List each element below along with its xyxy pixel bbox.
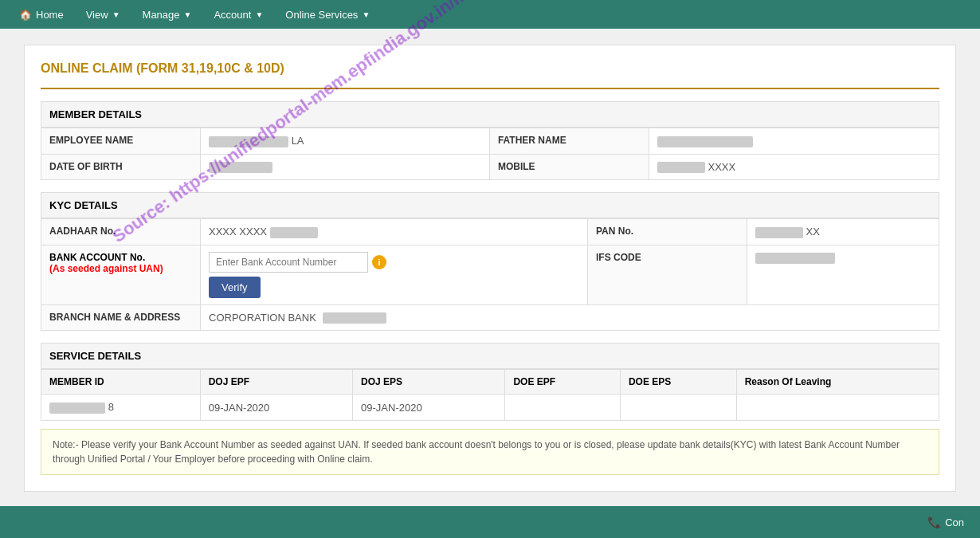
pan-blurred — [755, 227, 803, 238]
aadhaar-blurred — [270, 227, 318, 238]
father-name-label: FATHER NAME — [489, 128, 649, 155]
employee-name-label: EMPLOYEE NAME — [41, 128, 201, 155]
service-details-title: SERVICE DETAILS — [41, 343, 939, 369]
pan-value: XX — [747, 219, 939, 245]
dob-blurred — [209, 162, 272, 173]
member-details-title: MEMBER DETAILS — [41, 101, 939, 128]
table-row: 8 09-JAN-2020 09-JAN-2020 — [41, 395, 939, 421]
ifs-code-value — [747, 245, 939, 304]
phone-icon: 📞 — [927, 516, 941, 528]
nav-view-arrow: ▼ — [112, 10, 120, 19]
kyc-details-table: AADHAAR No. XXXX XXXX PAN No. XX BANK AC… — [41, 218, 939, 331]
member-id-suffix: 8 — [108, 401, 114, 413]
col-doe-eps: DOE EPS — [620, 370, 736, 395]
dob-label: DATE OF BIRTH — [41, 154, 201, 180]
page-title: ONLINE CLAIM (FORM 31,19,10C & 10D) — [41, 61, 939, 76]
bank-account-label: BANK ACCOUNT No. — [49, 252, 145, 263]
footer-contact[interactable]: 📞 Con — [927, 516, 964, 528]
employee-name-text: LA — [292, 135, 304, 147]
nav-online-services-label: Online Services — [285, 9, 358, 21]
mobile-blurred — [657, 162, 705, 173]
aadhaar-row: AADHAAR No. XXXX XXXX PAN No. XX — [41, 219, 939, 245]
note-text: Note:- Please verify your Bank Account N… — [53, 439, 900, 465]
ifs-code-label: IFS CODE — [587, 245, 747, 304]
col-doe-epf: DOE EPF — [505, 370, 620, 395]
col-reason: Reason Of Leaving — [736, 370, 939, 395]
aadhaar-text: XXXX XXXX — [209, 226, 267, 238]
mobile-label: MOBILE — [489, 154, 649, 180]
footer-contact-label: Con — [945, 516, 964, 528]
dob-value — [201, 154, 490, 180]
branch-row: BRANCH NAME & ADDRESS CORPORATION BANK — [41, 304, 939, 331]
nav-account-label: Account — [214, 9, 251, 21]
footer-bar: 📞 Con — [0, 506, 980, 538]
home-icon: 🏠 — [19, 9, 32, 21]
title-divider — [41, 88, 939, 89]
nav-home[interactable]: 🏠 Home — [8, 0, 75, 29]
nav-manage[interactable]: Manage ▼ — [131, 0, 203, 29]
pan-label: PAN No. — [587, 219, 747, 245]
ifs-code-blurred — [755, 253, 835, 264]
employee-name-value: LA — [201, 128, 490, 155]
service-details-table: MEMBER ID DOJ EPF DOJ EPS DOE EPF DOE EP… — [41, 369, 939, 421]
nav-online-services[interactable]: Online Services ▼ — [274, 0, 381, 29]
employee-name-blurred — [209, 136, 288, 147]
nav-home-label: Home — [36, 9, 64, 21]
member-id-blurred — [49, 403, 105, 414]
nav-manage-arrow: ▼ — [184, 10, 192, 19]
bank-account-input[interactable] — [209, 252, 368, 273]
bank-account-sublabel: (As seeded against UAN) — [49, 263, 163, 274]
kyc-details-title: KYC DETAILS — [41, 192, 939, 218]
mobile-value: XXXX — [649, 154, 939, 180]
member-details-table: EMPLOYEE NAME LA FATHER NAME DATE OF BIR… — [41, 128, 939, 180]
father-name-blurred — [657, 136, 753, 147]
doe-eps-value — [620, 395, 736, 421]
doj-epf-value: 09-JAN-2020 — [200, 395, 352, 421]
nav-view-label: View — [86, 9, 108, 21]
nav-manage-label: Manage — [143, 9, 180, 21]
member-id-value: 8 — [41, 395, 201, 421]
pan-text: XX — [806, 226, 820, 238]
aadhaar-value: XXXX XXXX — [201, 219, 588, 245]
bank-info-icon[interactable]: i — [372, 255, 386, 269]
dob-row: DATE OF BIRTH MOBILE XXXX — [41, 154, 939, 180]
employee-name-row: EMPLOYEE NAME LA FATHER NAME — [41, 128, 939, 155]
bank-account-label-cell: BANK ACCOUNT No. (As seeded against UAN) — [41, 245, 201, 304]
main-content: ONLINE CLAIM (FORM 31,19,10C & 10D) MEMB… — [24, 45, 956, 492]
branch-label: BRANCH NAME & ADDRESS — [41, 304, 201, 331]
branch-text: CORPORATION BANK — [209, 312, 316, 324]
note-box: Note:- Please verify your Bank Account N… — [41, 429, 939, 475]
col-doj-epf: DOJ EPF — [200, 370, 352, 395]
doe-epf-value — [505, 395, 620, 421]
father-name-value — [649, 128, 939, 155]
reason-value — [736, 395, 939, 421]
col-doj-eps: DOJ EPS — [353, 370, 505, 395]
nav-view[interactable]: View ▼ — [75, 0, 131, 29]
branch-blurred — [323, 312, 386, 324]
nav-account[interactable]: Account ▼ — [202, 0, 274, 29]
nav-account-arrow: ▼ — [255, 10, 263, 19]
col-member-id: MEMBER ID — [41, 370, 201, 395]
bank-account-input-cell: i Verify — [201, 245, 588, 304]
bank-input-row: i — [209, 252, 579, 273]
nav-online-services-arrow: ▼ — [362, 10, 370, 19]
service-table-header-row: MEMBER ID DOJ EPF DOJ EPS DOE EPF DOE EP… — [41, 370, 939, 395]
branch-value: CORPORATION BANK — [201, 304, 939, 331]
aadhaar-label: AADHAAR No. — [41, 219, 201, 245]
bank-account-row: BANK ACCOUNT No. (As seeded against UAN)… — [41, 245, 939, 304]
doj-eps-value: 09-JAN-2020 — [353, 395, 505, 421]
verify-button[interactable]: Verify — [209, 277, 261, 298]
navbar: 🏠 Home View ▼ Manage ▼ Account ▼ Online … — [0, 0, 980, 29]
mobile-text: XXXX — [708, 161, 736, 173]
